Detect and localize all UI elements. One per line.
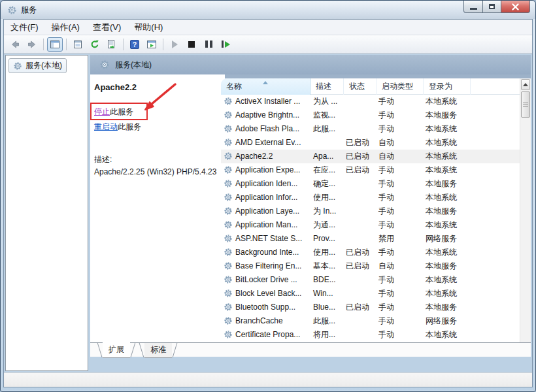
service-description-cell: 使用... [310,246,344,259]
service-row[interactable]: BitLocker Drive ... BDE... 手动 本地系统 [221,273,520,287]
vertical-scrollbar[interactable] [520,78,531,357]
service-logon-as-cell: 本地系统 [424,328,489,342]
properties-icon [73,39,83,50]
pause-icon [205,41,212,48]
menu-action[interactable]: 操作(A) [45,20,86,35]
service-row[interactable]: Adaptive Brightn... 监视... 手动 本地服务 [221,108,520,122]
service-name-cell: Application Iden... [221,177,310,191]
scroll-up-button[interactable] [521,79,530,90]
column-header-name[interactable]: 名称 [221,78,310,95]
service-gear-icon [224,124,233,133]
show-console-tree-button[interactable] [47,37,63,52]
service-description-cell: 此服... [310,122,344,136]
service-status-cell [344,273,377,287]
service-description-cell: 此服... [310,314,344,328]
service-name-cell: ASP.NET State S... [221,232,310,246]
stop-service-button[interactable] [184,37,199,52]
show-extended-view-button[interactable] [144,37,159,52]
close-button[interactable] [501,1,530,13]
menu-help[interactable]: 帮助(H) [127,20,169,35]
service-row[interactable]: Apache2.2 Apa... 已启动 自动 本地系统 [221,150,520,163]
service-row[interactable]: Bluetooth Supp... Blue... 已启动 手动 本地服务 [221,301,520,314]
services-list: 名称 描述 状态 启动类型 登录为 ActiveX Installer ... … [221,78,531,357]
maximize-button[interactable] [483,1,501,13]
properties-button[interactable] [70,37,86,52]
service-logon-as-cell: 本地服务 [424,108,489,122]
service-gear-icon [224,248,233,257]
service-startup-type-cell: 禁用 [377,232,424,246]
service-gear-icon [224,275,233,284]
service-logon-as-cell: 本地系统 [424,273,489,287]
service-row[interactable]: Background Inte... 使用... 已启动 手动 本地系统 [221,246,520,259]
menu-file[interactable]: 文件(F) [4,20,45,35]
service-name-cell: AMD External Ev... [221,136,310,150]
service-row[interactable]: BranchCache 此服... 手动 网络服务 [221,314,520,328]
service-logon-as-cell: 本地系统 [424,136,489,150]
minimize-button[interactable] [463,1,483,13]
refresh-icon [90,39,100,50]
column-header-description[interactable]: 描述 [310,78,344,95]
menu-view[interactable]: 查看(V) [86,20,127,35]
column-header-startup-type[interactable]: 启动类型 [377,78,424,95]
service-row[interactable]: ASP.NET State S... Prov... 禁用 网络服务 [221,232,520,246]
service-row[interactable]: Application Expe... 在应... 已启动 手动 本地系统 [221,163,520,177]
column-header-status[interactable]: 状态 [344,78,377,95]
back-button[interactable] [7,37,23,52]
service-startup-type-cell: 手动 [377,246,424,259]
service-startup-type-cell: 手动 [377,287,424,301]
service-status-cell [344,177,377,191]
tab-standard[interactable]: 标准 [144,343,172,358]
service-row[interactable]: Application Man... 为通... 手动 本地系统 [221,218,520,232]
stop-service-link[interactable]: 停止 [94,107,110,116]
service-name-cell: Certificate Propa... [221,328,310,342]
service-row[interactable]: Application Infor... 使用... 手动 本地系统 [221,191,520,204]
service-startup-type-cell: 手动 [377,177,424,191]
service-status-cell: 已启动 [344,301,377,314]
export-list-button[interactable] [104,37,120,52]
service-row[interactable]: Application Laye... 为 In... 手动 本地服务 [221,204,520,218]
service-row[interactable]: Certificate Propa... 将用... 手动 本地系统 [221,328,520,342]
service-startup-type-cell: 自动 [377,150,424,163]
service-row[interactable]: Application Iden... 确定... 手动 本地服务 [221,177,520,191]
services-app-icon [7,5,17,15]
forward-button[interactable] [24,37,40,52]
service-gear-icon [224,330,233,339]
scrollbar-thumb[interactable] [521,91,530,118]
service-startup-type-cell: 手动 [377,108,424,122]
service-row[interactable]: Adobe Flash Pla... 此服... 手动 本地系统 [221,122,520,136]
service-name-cell: Adobe Flash Pla... [221,122,310,136]
column-header-logon-as[interactable]: 登录为 [424,78,471,95]
title-bar[interactable]: 服务 [1,1,535,19]
toolbar-separator [123,39,124,50]
service-row[interactable]: Block Level Back... Win... 手动 本地系统 [221,287,520,301]
service-gear-icon [224,110,233,120]
help-button[interactable]: ? [127,37,142,52]
service-startup-type-cell: 手动 [377,122,424,136]
service-logon-as-cell: 本地系统 [424,122,489,136]
start-service-button[interactable] [167,37,182,52]
service-row[interactable]: ActiveX Installer ... 为从 ... 手动 本地系统 [221,95,520,108]
pause-service-button[interactable] [201,37,216,52]
refresh-button[interactable] [87,37,103,52]
service-status-cell [344,314,377,328]
service-name-cell: Apache2.2 [221,150,310,163]
toolbar-separator [43,39,44,50]
restart-service-link[interactable]: 重启动 [94,122,118,131]
services-header-strip: 服务(本地) [90,55,531,74]
service-description-cell: Win... [310,287,344,301]
service-row[interactable]: Base Filtering En... 基本... 已启动 自动 本地服务 [221,259,520,273]
service-gear-icon [224,179,233,188]
service-startup-type-cell: 手动 [377,204,424,218]
stop-link-suffix: 此服务 [110,107,133,116]
service-gear-icon [224,193,233,202]
tab-extended[interactable]: 扩展 [103,342,130,358]
extended-view-icon [146,39,157,50]
service-startup-type-cell: 手动 [377,163,424,177]
service-logon-as-cell: 本地系统 [424,191,489,204]
tree-item-label: 服务(本地) [25,60,62,71]
service-gear-icon [224,261,233,270]
service-name-cell: Application Expe... [221,163,310,177]
restart-service-button[interactable] [218,37,233,52]
tree-item-services-local[interactable]: 服务(本地) [8,58,67,73]
service-row[interactable]: AMD External Ev... 已启动 自动 本地系统 [221,136,520,150]
